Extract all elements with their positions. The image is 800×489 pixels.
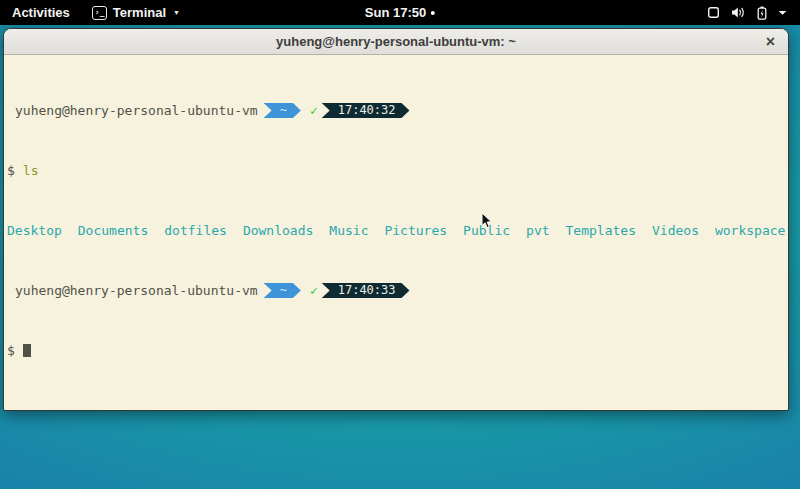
prompt-line-1: yuheng@henry-personal-ubuntu-vm ~ ✓ 17:4… — [7, 103, 785, 118]
prompt-char: $ — [7, 343, 15, 358]
terminal-cursor — [23, 344, 31, 357]
directory-name: Documents — [78, 223, 148, 238]
terminal-window: yuheng@henry-personal-ubuntu-vm: ~ × yuh… — [3, 28, 789, 411]
battery-charging-icon — [757, 6, 767, 20]
directory-name: Pictures — [384, 223, 447, 238]
prompt-line-2: yuheng@henry-personal-ubuntu-vm ~ ✓ 17:4… — [7, 283, 785, 298]
clock-label: Sun 17:50 — [365, 5, 426, 20]
directory-name: Templates — [566, 223, 636, 238]
directory-name: Downloads — [243, 223, 313, 238]
app-menu-label: Terminal — [113, 5, 166, 20]
directory-name: Videos — [652, 223, 699, 238]
directory-name: Desktop — [7, 223, 62, 238]
window-title: yuheng@henry-personal-ubuntu-vm: ~ — [276, 34, 516, 49]
prompt-time-segment: 17:40:32 — [322, 103, 410, 118]
activities-button[interactable]: Activities — [0, 0, 82, 25]
directory-name: workspace — [715, 223, 785, 238]
chevron-down-icon — [778, 10, 787, 16]
desktop-background: Activities Terminal ▼ Sun 17:50 — [0, 0, 800, 489]
chevron-down-icon: ▼ — [173, 9, 180, 16]
prompt-cwd-segment: ~ — [264, 283, 301, 298]
terminal-app-icon — [92, 6, 107, 20]
ls-output-line: Desktop Documents dotfiles Downloads Mus… — [7, 223, 785, 238]
command-line: $ ls — [7, 163, 785, 178]
directory-name: dotfiles — [164, 223, 227, 238]
prompt-cwd-segment: ~ — [264, 103, 301, 118]
app-menu-terminal[interactable]: Terminal ▼ — [82, 0, 190, 25]
top-bar: Activities Terminal ▼ Sun 17:50 — [0, 0, 800, 25]
notification-dot — [431, 11, 435, 15]
status-check-icon: ✓ — [310, 283, 318, 298]
system-menu-button[interactable] — [694, 0, 800, 25]
status-check-icon: ✓ — [310, 103, 318, 118]
prompt-user-host: yuheng@henry-personal-ubuntu-vm — [7, 103, 258, 118]
input-line: $ — [7, 343, 785, 358]
command-text: ls — [23, 163, 39, 178]
close-button[interactable]: × — [766, 33, 775, 49]
directory-name: Music — [329, 223, 368, 238]
window-titlebar[interactable]: yuheng@henry-personal-ubuntu-vm: ~ × — [4, 29, 788, 55]
terminal-content[interactable]: yuheng@henry-personal-ubuntu-vm ~ ✓ 17:4… — [4, 55, 788, 410]
top-bar-left: Activities Terminal ▼ — [0, 0, 190, 25]
mouse-cursor — [481, 212, 493, 234]
directory-name: pvt — [526, 223, 549, 238]
prompt-time-segment: 17:40:33 — [322, 283, 410, 298]
display-icon — [707, 6, 720, 19]
prompt-user-host: yuheng@henry-personal-ubuntu-vm — [7, 283, 258, 298]
clock-button[interactable]: Sun 17:50 — [365, 0, 435, 25]
prompt-char: $ — [7, 163, 15, 178]
volume-icon — [731, 6, 746, 19]
